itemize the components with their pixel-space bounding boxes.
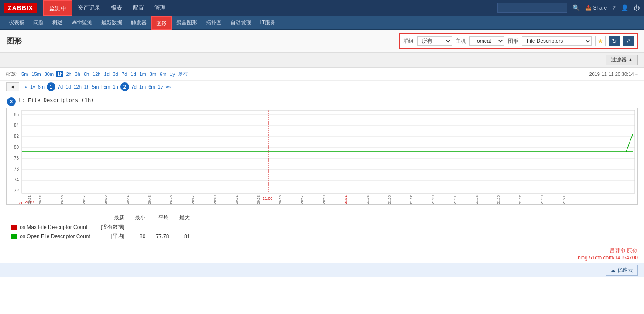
svg-text:80: 80 [14, 145, 19, 150]
subnav-itservices[interactable]: IT服务 [256, 16, 280, 30]
prev-button[interactable]: ◄ [6, 82, 19, 91]
footer-bar: ☁ 亿速云 [0, 263, 644, 277]
nav-item-reports[interactable]: 报表 [106, 0, 127, 16]
zoom-3h[interactable]: 3h [74, 71, 81, 77]
svg-text:82: 82 [14, 134, 19, 139]
svg-text:21:05: 21:05 [387, 195, 391, 204]
zoom-1d[interactable]: 1d [103, 71, 110, 77]
zoom-3d[interactable]: 3d [112, 71, 119, 77]
svg-text:72: 72 [14, 188, 19, 193]
legend-label-0: os Max File Descriptor Count [20, 224, 87, 230]
power-icon[interactable]: ⏻ [634, 4, 640, 11]
svg-text:21:09: 21:09 [431, 195, 435, 204]
share-button[interactable]: 📤 Share [585, 5, 607, 11]
help-icon[interactable]: ? [612, 4, 616, 11]
zoom-3m[interactable]: 3m [149, 71, 157, 77]
legend-row-0: os Max File Descriptor Count [没有数据] [6, 222, 195, 232]
zoom-12h[interactable]: 12h [92, 71, 101, 77]
legend-item-1: os Open File Descriptor Count [6, 232, 96, 241]
zoom-1y[interactable]: 1y [169, 71, 176, 77]
tnl-7d-2[interactable]: 7d [130, 84, 138, 90]
subnav-screens[interactable]: 聚合图形 [172, 16, 202, 30]
legend-color-0 [11, 225, 17, 230]
svg-text:20:43: 20:43 [147, 195, 151, 204]
tnl-5m[interactable]: 5m [91, 84, 100, 90]
search-icon[interactable]: 🔍 [572, 4, 580, 11]
tnl-1m[interactable]: 1m [138, 84, 147, 90]
tnl-7d[interactable]: 7d [56, 84, 64, 90]
badge-2: 2 [120, 82, 129, 91]
subnav-autodiscovery[interactable]: 自动发现 [226, 16, 256, 30]
filter-bar: 过滤器 ▲ [0, 53, 644, 68]
legend-min-1: 80 [130, 232, 151, 241]
legend-header-avg: 平均 [151, 213, 174, 222]
tnl-1y[interactable]: 1y [29, 84, 37, 90]
svg-text:20:45: 20:45 [169, 195, 173, 204]
top-nav: ZABBIX 监测中 资产记录 报表 配置 管理 🔍 📤 Share ? 👤 ⏻ [0, 0, 644, 16]
zoom-30m[interactable]: 30m [44, 71, 55, 77]
svg-text:20:47: 20:47 [191, 195, 195, 204]
legend-min-0 [130, 222, 151, 232]
svg-text:20:31: 20:31 [27, 195, 31, 204]
subnav-problems[interactable]: 问题 [29, 16, 48, 30]
host-select[interactable]: Tomcat [469, 36, 504, 46]
legend-max-0 [174, 222, 195, 232]
yisu-icon: ☁ [610, 267, 616, 273]
filter-toggle-button[interactable]: 过滤器 ▲ [606, 55, 638, 65]
subnav-graphs[interactable]: 图形 [151, 16, 172, 30]
tnl-12h[interactable]: 12h [72, 84, 82, 90]
legend-max-1: 81 [174, 232, 195, 241]
zoom-label: 缩放: [6, 71, 17, 77]
zoom-6m[interactable]: 6m [159, 71, 167, 77]
legend-latest-1: [平均] [96, 232, 130, 241]
tnl-dbl-next[interactable]: »» [164, 84, 172, 90]
subnav-webmon[interactable]: Web监测 [67, 16, 97, 30]
svg-text:21:19: 21:19 [540, 195, 544, 204]
graph-select[interactable]: File Descriptors [522, 36, 592, 46]
zoom-15m[interactable]: 15m [31, 71, 41, 77]
subnav-triggers[interactable]: 触发器 [127, 16, 151, 30]
svg-text:20:57: 20:57 [300, 195, 304, 204]
legend: 最新 最小 平均 最大 os Max File Descriptor Count… [0, 209, 644, 245]
fullscreen-button[interactable]: ⤢ [623, 36, 634, 46]
zoom-1d2[interactable]: 1d [130, 71, 137, 77]
tnl-6m-1[interactable]: 6m [37, 84, 46, 90]
nav-item-admin[interactable]: 管理 [149, 0, 171, 16]
zoom-2h[interactable]: 2h [65, 71, 72, 77]
svg-text:20:49: 20:49 [213, 195, 217, 204]
nav-item-config[interactable]: 配置 [127, 0, 149, 16]
graph-label: 图形 [508, 38, 518, 45]
tnl-dbl-prev[interactable]: « [24, 84, 29, 90]
zoom-1h[interactable]: 1h [56, 71, 63, 77]
legend-color-1 [11, 234, 17, 239]
subnav-latestdata[interactable]: 最新数据 [97, 16, 127, 30]
tnl-5m-2[interactable]: 5m [102, 84, 111, 90]
zoom-1m[interactable]: 1m [139, 71, 147, 77]
tnl-1y-2[interactable]: 1y [157, 84, 164, 90]
tnl-1h-2[interactable]: 1h [111, 84, 119, 90]
zoom-5m[interactable]: 5m [21, 71, 29, 77]
subnav-topology[interactable]: 拓扑图 [202, 16, 226, 30]
svg-text:21:17: 21:17 [518, 195, 522, 204]
subnav-dashboard[interactable]: 仪表板 [4, 16, 29, 30]
tnl-1d[interactable]: 1d [64, 84, 72, 90]
zoom-7d[interactable]: 7d [121, 71, 128, 77]
refresh-button[interactable]: ↻ [609, 36, 620, 46]
svg-text:20:39: 20:39 [104, 195, 108, 204]
tnl-1h[interactable]: 1h [83, 84, 91, 90]
zabbix-logo[interactable]: ZABBIX [4, 3, 37, 13]
svg-text:21:07: 21:07 [409, 195, 413, 204]
search-input[interactable] [497, 3, 567, 13]
favorite-button[interactable]: ★ [595, 36, 606, 46]
tnl-6m-2[interactable]: 6m [147, 84, 156, 90]
subnav-overview[interactable]: 概述 [48, 16, 67, 30]
yisu-button[interactable]: ☁ 亿速云 [606, 265, 638, 276]
user-icon[interactable]: 👤 [621, 4, 628, 11]
nav-item-assets[interactable]: 资产记录 [72, 0, 106, 16]
group-select[interactable]: 所有 [417, 36, 452, 46]
svg-text:74: 74 [14, 177, 19, 182]
zoom-all[interactable]: 所有 [178, 70, 189, 78]
nav-item-monitor[interactable]: 监测中 [43, 0, 72, 16]
zoom-6h[interactable]: 6h [83, 71, 90, 77]
zoom-bar: 缩放: 5m 15m 30m 1h 2h 3h 6h 12h 1d 3d 7d … [0, 68, 644, 81]
